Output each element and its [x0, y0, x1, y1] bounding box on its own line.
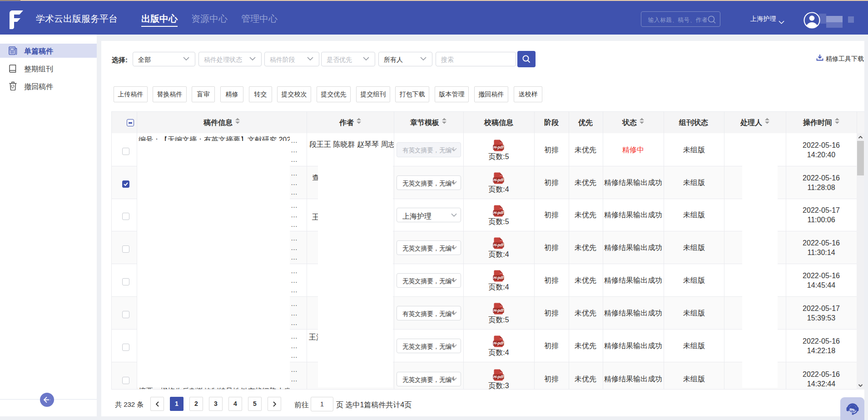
- svg-text:H-pdf: H-pdf: [493, 178, 504, 182]
- svg-text:H-pdf: H-pdf: [493, 210, 504, 215]
- svg-text:H-pdf: H-pdf: [493, 375, 504, 379]
- svg-text:H-pdf: H-pdf: [493, 341, 504, 345]
- svg-text:H-pdf: H-pdf: [493, 243, 504, 247]
- svg-text:H-pdf: H-pdf: [493, 308, 504, 313]
- svg-text:H-pdf: H-pdf: [493, 145, 504, 150]
- svg-text:H-pdf: H-pdf: [493, 275, 504, 280]
